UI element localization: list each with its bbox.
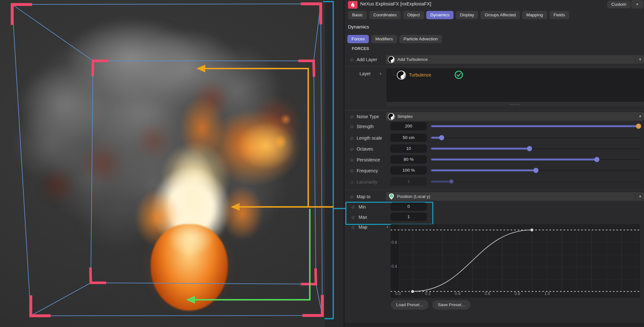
min-value-field[interactable]: 0 bbox=[390, 202, 427, 211]
octaves-value-field[interactable]: 10 bbox=[390, 144, 427, 153]
list-resize-grip[interactable]: ...... bbox=[386, 102, 644, 106]
add-layer-diamond-icon: ◇ bbox=[350, 57, 353, 62]
chevron-down-icon[interactable]: ▼ bbox=[639, 195, 642, 198]
divider bbox=[344, 66, 644, 67]
curve-point[interactable] bbox=[530, 229, 533, 232]
lacunarity-slider bbox=[431, 177, 641, 186]
map-curve-editor[interactable]: 0.8 0.4 0.0 0.2 0.4 0.6 0.8 1.0 bbox=[391, 224, 640, 298]
subtab-forces[interactable]: Forces bbox=[347, 35, 369, 43]
position-pin-icon bbox=[388, 193, 394, 200]
app-window: NeXus ExplosiaFX [nxExplosiaFX] Custom ▼… bbox=[0, 0, 644, 327]
persistence-slider[interactable] bbox=[431, 155, 641, 164]
slider-knob[interactable] bbox=[533, 168, 538, 173]
y-tick-0.4: 0.4 bbox=[391, 264, 397, 269]
y-tick-0.8: 0.8 bbox=[391, 240, 397, 245]
x-tick-1.0: 1.0 bbox=[543, 291, 551, 296]
turbulence-icon bbox=[388, 113, 395, 120]
octaves-label: Octaves bbox=[357, 146, 373, 151]
persistence-diamond-icon: ◇ bbox=[350, 157, 353, 162]
check-circle-icon[interactable] bbox=[454, 70, 463, 79]
tab-display[interactable]: Display bbox=[456, 11, 478, 19]
persistence-value-field[interactable]: 80 % bbox=[390, 155, 427, 164]
preset-custom-button[interactable]: Custom bbox=[607, 1, 631, 8]
frequency-slider[interactable] bbox=[431, 166, 641, 175]
map-curve[interactable] bbox=[391, 224, 640, 298]
forces-group-label: FORCES bbox=[352, 46, 369, 51]
map-diamond-icon: ◇ bbox=[352, 225, 355, 229]
frequency-value-field[interactable]: 100 % bbox=[390, 166, 427, 175]
octaves-slider[interactable] bbox=[431, 144, 641, 153]
strength-value-field[interactable]: 200 bbox=[390, 122, 427, 130]
x-tick-0.2: 0.2 bbox=[424, 291, 432, 296]
preset-button-row: Load Preset... Save Preset... bbox=[391, 300, 470, 310]
map-expand-chevron-icon[interactable]: › bbox=[386, 224, 388, 229]
panel-footer-space bbox=[344, 323, 644, 327]
tab-object[interactable]: Object bbox=[403, 11, 424, 19]
dropdown-separator bbox=[635, 56, 636, 63]
viewport-3d[interactable] bbox=[0, 0, 325, 327]
max-diamond-icon: ◇ bbox=[352, 215, 355, 219]
layer-expand-chevron-icon[interactable]: › bbox=[380, 70, 381, 76]
tab-groups-affected[interactable]: Groups Affected bbox=[480, 11, 520, 19]
min-diamond-icon: ◇ bbox=[352, 204, 355, 209]
noise-type-diamond-icon: ◇ bbox=[350, 114, 353, 119]
length-scale-slider[interactable] bbox=[431, 134, 641, 142]
subtab-modifiers[interactable]: Modifiers bbox=[371, 35, 397, 43]
persistence-label: Persistence bbox=[357, 157, 380, 162]
x-tick-0.6: 0.6 bbox=[484, 291, 491, 296]
length-scale-diamond-icon: ◇ bbox=[350, 135, 353, 140]
noise-type-value: Simplex bbox=[397, 114, 413, 119]
curve-point[interactable] bbox=[411, 290, 414, 293]
map-to-value: Position (Local y) bbox=[397, 194, 430, 199]
slider-knob[interactable] bbox=[527, 146, 532, 151]
strength-slider[interactable] bbox=[431, 122, 641, 130]
tab-basic[interactable]: Basic bbox=[348, 11, 367, 19]
max-value-field[interactable]: 1 bbox=[390, 213, 427, 221]
noise-type-dropdown[interactable]: Simplex ▼ bbox=[386, 112, 644, 121]
chevron-down-icon[interactable]: ▼ bbox=[639, 58, 642, 61]
length-scale-value-field[interactable]: 50 cm bbox=[390, 134, 427, 142]
x-tick-0.8: 0.8 bbox=[513, 291, 521, 296]
save-preset-button[interactable]: Save Preset... bbox=[432, 300, 470, 310]
add-layer-dropdown[interactable]: Add Turbulence ▼ bbox=[386, 55, 644, 64]
dropdown-separator bbox=[635, 113, 636, 120]
length-scale-label: Length scale bbox=[357, 135, 382, 141]
turbulence-icon bbox=[397, 70, 406, 80]
tab-mapping[interactable]: Mapping bbox=[522, 11, 547, 19]
max-label: Max bbox=[359, 215, 367, 220]
dynamics-subtab-bar: Forces Modifiers Particle Advection bbox=[347, 35, 442, 43]
min-label: Min bbox=[359, 204, 366, 209]
layer-item-turbulence[interactable]: Turbulence bbox=[409, 72, 431, 78]
map-to-diamond-icon: ◇ bbox=[350, 194, 353, 199]
add-layer-value: Add Turbulence bbox=[397, 57, 428, 62]
slider-track bbox=[431, 181, 641, 182]
lacunarity-value-field: 1 bbox=[390, 177, 427, 186]
map-to-dropdown[interactable]: Position (Local y) ▼ bbox=[386, 192, 644, 201]
slider-track[interactable] bbox=[431, 137, 641, 138]
slider-knob[interactable] bbox=[594, 157, 599, 162]
slider-knob bbox=[449, 179, 453, 184]
chevron-down-icon[interactable]: ▼ bbox=[639, 115, 642, 118]
layer-label: Layer bbox=[360, 71, 371, 76]
frequency-diamond-icon: ◇ bbox=[350, 168, 353, 173]
window-gutter bbox=[325, 0, 344, 327]
strength-diamond-icon: ◇ bbox=[350, 124, 353, 129]
x-tick-0.4: 0.4 bbox=[454, 291, 462, 296]
divider bbox=[344, 110, 644, 110]
tab-coordinates[interactable]: Coordinates bbox=[369, 11, 401, 19]
tree-line bbox=[394, 69, 394, 76]
dropdown-separator bbox=[635, 193, 636, 200]
slider-knob[interactable] bbox=[636, 124, 641, 129]
preset-dropdown-arrow[interactable]: ▼ bbox=[631, 0, 643, 9]
tab-fields[interactable]: Fields bbox=[549, 11, 569, 19]
layer-list[interactable]: Turbulence bbox=[386, 69, 644, 102]
tab-dynamics[interactable]: Dynamics bbox=[426, 11, 453, 19]
lacunarity-diamond-icon: ◇ bbox=[350, 179, 353, 184]
octaves-diamond-icon: ◇ bbox=[350, 146, 353, 151]
slider-knob[interactable] bbox=[439, 135, 444, 140]
main-tab-bar: Basic Coordinates Object Dynamics Displa… bbox=[348, 11, 569, 19]
add-layer-label: Add Layer bbox=[357, 57, 377, 62]
window-title: NeXus ExplosiaFX [nxExplosiaFX] bbox=[360, 1, 431, 6]
subtab-particle-advection[interactable]: Particle Advection bbox=[399, 35, 442, 43]
load-preset-button[interactable]: Load Preset... bbox=[391, 300, 428, 310]
